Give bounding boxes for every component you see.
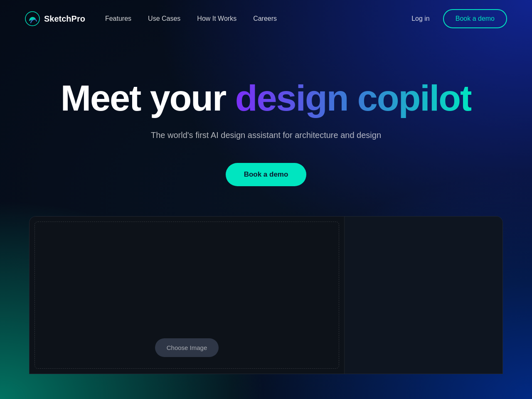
logo-text: SketchPro bbox=[44, 14, 85, 24]
nav-link-features[interactable]: Features bbox=[105, 15, 131, 22]
navbar: SketchPro Features Use Cases How It Work… bbox=[0, 0, 532, 37]
nav-link-use-cases[interactable]: Use Cases bbox=[148, 15, 180, 22]
nav-item-use-cases[interactable]: Use Cases bbox=[148, 15, 180, 22]
nav-item-features[interactable]: Features bbox=[105, 15, 131, 22]
hero-subtitle: The world's first AI design assistant fo… bbox=[151, 129, 381, 141]
demo-upload-area[interactable]: Choose Image bbox=[30, 217, 345, 374]
nav-item-careers[interactable]: Careers bbox=[253, 15, 277, 22]
logo[interactable]: SketchPro bbox=[25, 11, 85, 26]
nav-link-careers[interactable]: Careers bbox=[253, 15, 277, 22]
hero-title-space bbox=[348, 77, 357, 118]
hero-title-copilot: copilot bbox=[357, 77, 471, 118]
nav-links: Features Use Cases How It Works Careers bbox=[105, 15, 277, 22]
hero-title: Meet your design copilot bbox=[61, 79, 472, 117]
login-button[interactable]: Log in bbox=[411, 15, 430, 22]
choose-image-button[interactable]: Choose Image bbox=[155, 338, 219, 357]
nav-left: SketchPro Features Use Cases How It Work… bbox=[25, 11, 277, 26]
demo-output-area bbox=[345, 217, 502, 374]
hero-title-design: design bbox=[235, 77, 348, 118]
demo-panel: Choose Image bbox=[29, 216, 503, 374]
nav-link-how-it-works[interactable]: How It Works bbox=[197, 15, 236, 22]
hero-title-start: Meet your bbox=[61, 77, 235, 118]
hero-section: Meet your design copilot The world's fir… bbox=[0, 37, 532, 216]
logo-icon bbox=[25, 11, 40, 26]
book-demo-hero-button[interactable]: Book a demo bbox=[226, 163, 307, 186]
nav-right: Log in Book a demo bbox=[411, 9, 507, 28]
book-demo-nav-button[interactable]: Book a demo bbox=[443, 9, 507, 28]
nav-item-how-it-works[interactable]: How It Works bbox=[197, 15, 236, 22]
